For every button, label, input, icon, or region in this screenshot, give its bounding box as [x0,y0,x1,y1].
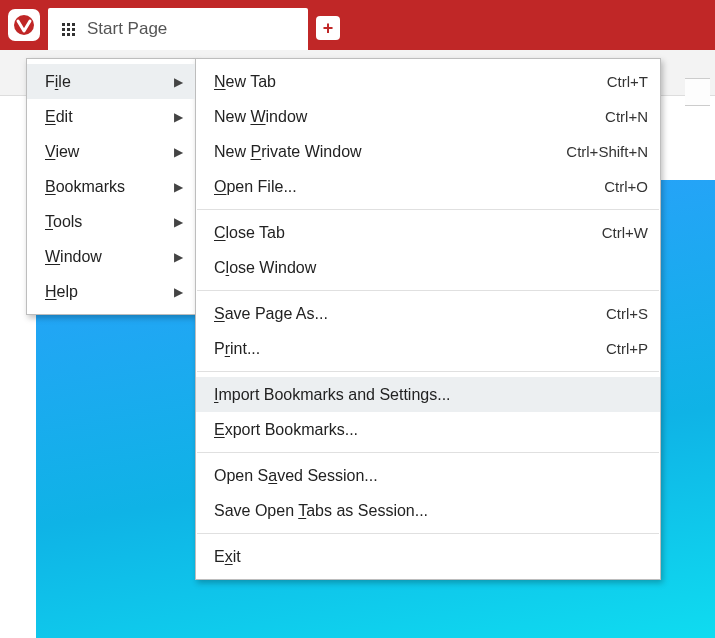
menu-item-shortcut: Ctrl+T [607,73,648,90]
menu-item-label: Bookmarks [45,178,125,196]
menu-item-shortcut: Ctrl+P [606,340,648,357]
file-menu-item-import-bookmarks-and-settings[interactable]: Import Bookmarks and Settings... [196,377,660,412]
menu-item-label: Open Saved Session... [214,467,378,485]
start-page-icon [62,23,75,36]
menu-item-label: Edit [45,108,73,126]
menu-separator [197,452,659,453]
menu-item-shortcut: Ctrl+O [604,178,648,195]
main-menu-item-help[interactable]: Help▶ [27,274,195,309]
menu-separator [197,209,659,210]
menu-popups: File▶Edit▶View▶Bookmarks▶Tools▶Window▶He… [26,58,661,580]
active-tab[interactable]: Start Page [48,8,308,50]
menu-item-label: Open File... [214,178,297,196]
chevron-right-icon: ▶ [174,110,183,124]
menu-item-label: Print... [214,340,260,358]
tab-title: Start Page [87,19,167,39]
menu-item-shortcut: Ctrl+S [606,305,648,322]
menu-item-label: Window [45,248,102,266]
main-menu-item-tools[interactable]: Tools▶ [27,204,195,239]
menu-item-label: Import Bookmarks and Settings... [214,386,451,404]
main-menu-item-file[interactable]: File▶ [27,64,195,99]
menu-item-shortcut: Ctrl+W [602,224,648,241]
chevron-right-icon: ▶ [174,75,183,89]
menu-separator [197,533,659,534]
menu-item-label: Close Tab [214,224,285,242]
file-menu-item-save-open-tabs-as-session[interactable]: Save Open Tabs as Session... [196,493,660,528]
menu-item-label: Close Window [214,259,316,277]
chevron-right-icon: ▶ [174,285,183,299]
menu-item-label: Save Page As... [214,305,328,323]
chevron-right-icon: ▶ [174,145,183,159]
file-submenu: New TabCtrl+TNew WindowCtrl+NNew Private… [195,58,661,580]
title-bar: Start Page + [0,0,715,50]
main-menu-item-edit[interactable]: Edit▶ [27,99,195,134]
file-menu-item-new-tab[interactable]: New TabCtrl+T [196,64,660,99]
file-menu-item-export-bookmarks[interactable]: Export Bookmarks... [196,412,660,447]
file-menu-item-open-file[interactable]: Open File...Ctrl+O [196,169,660,204]
main-menu-item-view[interactable]: View▶ [27,134,195,169]
chevron-right-icon: ▶ [174,215,183,229]
main-menu-item-bookmarks[interactable]: Bookmarks▶ [27,169,195,204]
chevron-right-icon: ▶ [174,180,183,194]
main-menu: File▶Edit▶View▶Bookmarks▶Tools▶Window▶He… [26,58,196,315]
vivaldi-logo-icon [13,14,35,36]
menu-item-label: Exit [214,548,241,566]
main-menu-item-window[interactable]: Window▶ [27,239,195,274]
menu-separator [197,371,659,372]
menu-item-shortcut: Ctrl+N [605,108,648,125]
menu-item-label: View [45,143,79,161]
menu-item-label: Help [45,283,78,301]
menu-item-shortcut: Ctrl+Shift+N [566,143,648,160]
file-menu-item-new-window[interactable]: New WindowCtrl+N [196,99,660,134]
new-tab-button[interactable]: + [316,16,340,40]
file-menu-item-close-window[interactable]: Close Window [196,250,660,285]
plus-icon: + [323,24,334,33]
file-menu-item-new-private-window[interactable]: New Private WindowCtrl+Shift+N [196,134,660,169]
file-menu-item-save-page-as[interactable]: Save Page As...Ctrl+S [196,296,660,331]
file-menu-item-exit[interactable]: Exit [196,539,660,574]
menu-item-label: New Tab [214,73,276,91]
menu-item-label: New Private Window [214,143,362,161]
chevron-right-icon: ▶ [174,250,183,264]
menu-separator [197,290,659,291]
menu-item-label: File [45,73,71,91]
menu-item-label: New Window [214,108,307,126]
file-menu-item-close-tab[interactable]: Close TabCtrl+W [196,215,660,250]
menu-item-label: Export Bookmarks... [214,421,358,439]
file-menu-item-open-saved-session[interactable]: Open Saved Session... [196,458,660,493]
file-menu-item-print[interactable]: Print...Ctrl+P [196,331,660,366]
menu-item-label: Tools [45,213,82,231]
address-bar-fragment [685,78,710,106]
menu-item-label: Save Open Tabs as Session... [214,502,428,520]
vivaldi-logo[interactable] [8,9,40,41]
